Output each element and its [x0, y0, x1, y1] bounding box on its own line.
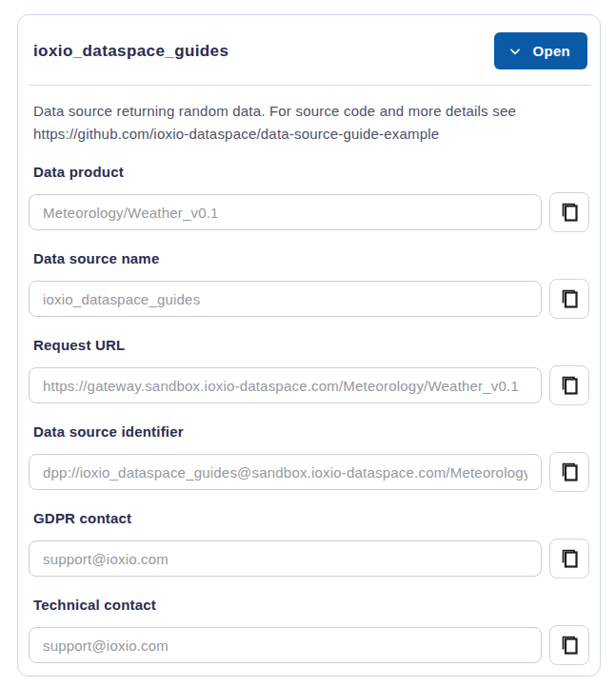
card-description: Data source returning random data. For s…	[29, 100, 589, 146]
field-label: Data source identifier	[29, 423, 589, 440]
copy-icon	[558, 634, 581, 657]
technical-contact-input[interactable]	[29, 627, 542, 663]
field-data-product: Data product	[29, 164, 589, 232]
copy-icon	[558, 374, 581, 397]
field-row	[29, 539, 589, 579]
field-label: Technical contact	[29, 597, 589, 613]
field-row	[29, 192, 589, 232]
field-data-source-identifier: Data source identifier	[29, 423, 589, 492]
field-row	[29, 365, 589, 405]
data-product-input[interactable]	[29, 194, 542, 230]
open-button-label: Open	[532, 43, 570, 59]
gdpr-contact-input[interactable]	[29, 540, 542, 577]
copy-icon	[558, 547, 581, 570]
field-technical-contact: Technical contact	[29, 597, 589, 665]
copy-data-source-name-button[interactable]	[549, 279, 589, 319]
copy-technical-contact-button[interactable]	[549, 625, 589, 665]
card-header: ioxio_dataspace_guides Open	[29, 32, 589, 69]
data-source-identifier-input[interactable]	[29, 454, 542, 490]
field-gdpr-contact: GDPR contact	[29, 510, 589, 579]
field-request-url: Request URL	[29, 337, 589, 405]
header-divider	[29, 85, 591, 86]
copy-request-url-button[interactable]	[549, 365, 589, 405]
data-source-name-input[interactable]	[29, 281, 542, 317]
field-label: Data source name	[29, 250, 589, 266]
field-row	[29, 625, 589, 665]
field-label: Data product	[29, 164, 589, 180]
field-label: Request URL	[29, 337, 589, 353]
copy-data-product-button[interactable]	[549, 192, 589, 232]
copy-data-source-identifier-button[interactable]	[549, 452, 589, 492]
data-source-card: ioxio_dataspace_guides Open Data source …	[17, 14, 601, 677]
copy-gdpr-contact-button[interactable]	[549, 539, 589, 579]
copy-icon	[558, 287, 581, 310]
field-row	[29, 279, 589, 319]
card-title: ioxio_dataspace_guides	[33, 42, 229, 61]
field-row	[29, 452, 589, 492]
request-url-input[interactable]	[29, 367, 542, 403]
chevron-down-icon	[508, 45, 522, 58]
copy-icon	[558, 201, 581, 224]
field-data-source-name: Data source name	[29, 250, 589, 319]
copy-icon	[558, 461, 581, 483]
open-button[interactable]: Open	[494, 32, 587, 69]
field-label: GDPR contact	[29, 510, 589, 526]
